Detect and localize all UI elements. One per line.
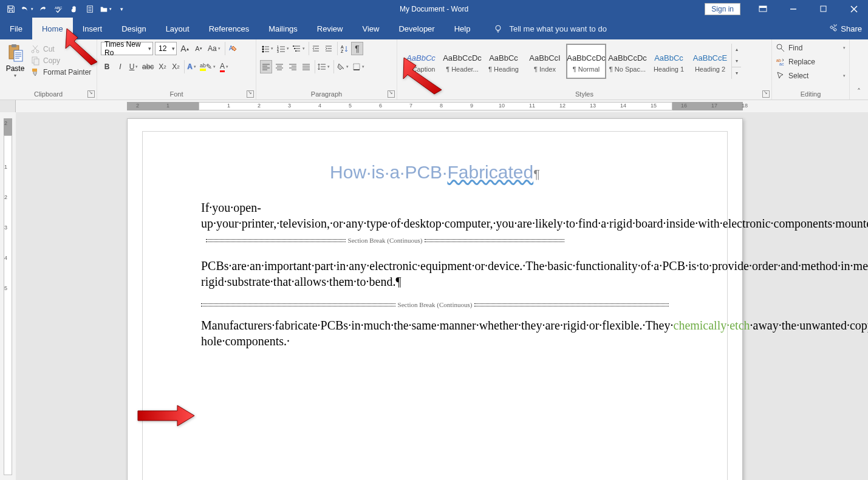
align-right-button[interactable] — [287, 60, 299, 73]
maximize-icon[interactable] — [810, 0, 838, 18]
document-area: 2 1 2 3 4 5 How·is·a·PCB·Fabricated¶ If·… — [0, 112, 868, 480]
paragraph-1[interactable]: If·you·open-up·your·printer,·television,… — [201, 200, 669, 247]
find-button[interactable]: Find▾ — [776, 42, 846, 53]
style-item[interactable]: AaBbCcHeading 1 — [649, 44, 689, 79]
undo-icon[interactable]: ▾ — [19, 2, 34, 16]
text-effects-button[interactable]: A▾ — [184, 60, 197, 73]
justify-button[interactable] — [300, 60, 312, 73]
copy-icon — [30, 56, 40, 66]
shrink-font-button[interactable]: A▾ — [193, 42, 205, 55]
paragraph-2[interactable]: PCBs·are·an·important·part·in·any·electr… — [201, 258, 669, 289]
tab-help[interactable]: Help — [445, 18, 480, 39]
italic-button[interactable]: I — [114, 60, 126, 73]
cut-label: Cut — [43, 45, 55, 53]
increase-indent-button[interactable] — [323, 42, 335, 55]
decrease-indent-button[interactable] — [309, 42, 321, 55]
font-group-label: Font — [97, 90, 256, 98]
select-button[interactable]: Select▾ — [776, 70, 846, 81]
change-case-button[interactable]: Aa▾ — [207, 42, 222, 55]
clear-formatting-button[interactable]: A — [225, 42, 239, 55]
close-icon[interactable] — [840, 0, 868, 18]
numbering-button[interactable]: 123▾ — [276, 42, 290, 55]
font-name-combo[interactable]: Times New Ro▾ — [101, 42, 153, 55]
subscript-button[interactable]: X2 — [156, 60, 168, 73]
save-icon[interactable] — [4, 2, 18, 16]
style-item[interactable]: AaBbCcEHeading 2 — [690, 44, 730, 79]
p3-link[interactable]: chemically·etch — [674, 319, 750, 332]
sort-button[interactable]: AZ — [337, 42, 350, 55]
annotation-arrow-3 — [135, 404, 196, 430]
font-name-value: Times New Ro — [104, 40, 148, 57]
lightbulb-icon — [493, 24, 503, 33]
document-icon[interactable] — [83, 2, 97, 16]
clipboard-dialog-launcher[interactable] — [87, 90, 95, 98]
paragraph-dialog-launcher[interactable] — [388, 90, 395, 98]
line-spacing-button[interactable]: ▾ — [315, 60, 331, 73]
show-hide-paragraph-button[interactable]: ¶ — [351, 42, 363, 55]
svg-point-23 — [295, 50, 296, 52]
scissors-icon — [30, 44, 40, 54]
svg-point-9 — [32, 50, 34, 53]
strikethrough-button[interactable]: abc — [141, 60, 155, 73]
tab-view[interactable]: View — [352, 18, 389, 39]
paragraph-group-label: Paragraph — [256, 90, 397, 98]
tab-review[interactable]: Review — [307, 18, 353, 39]
align-left-button[interactable] — [260, 60, 272, 73]
superscript-button[interactable]: X2 — [169, 60, 182, 73]
svg-point-17 — [262, 51, 264, 53]
annotation-arrow-2 — [398, 55, 446, 99]
replace-button[interactable]: abacReplace — [776, 56, 846, 67]
style-item[interactable]: AaBbCcDc¶ No Spac... — [607, 44, 648, 79]
vertical-ruler[interactable]: 2 1 2 3 4 5 — [0, 112, 16, 480]
tab-mailings[interactable]: Mailings — [259, 18, 307, 39]
paste-button[interactable]: Paste ▾ — [4, 42, 27, 78]
svg-rect-8 — [14, 50, 22, 61]
heading-text-1: How·is·a·PCB· — [330, 162, 447, 182]
style-item[interactable]: AaBbCc¶ Heading — [484, 44, 524, 79]
share-icon — [829, 24, 838, 33]
tell-me-search[interactable]: Tell me what you want to do — [493, 18, 606, 39]
tab-developer[interactable]: Developer — [389, 18, 444, 39]
qat-customize-icon[interactable]: ▾ — [114, 2, 129, 16]
folder-icon[interactable]: ▾ — [98, 2, 113, 16]
page[interactable]: How·is·a·PCB·Fabricated¶ If·you·open-up·… — [127, 118, 743, 480]
section-break-2: Section Break (Continuous) — [201, 300, 669, 309]
multilevel-list-button[interactable]: ▾ — [292, 42, 306, 55]
tab-design[interactable]: Design — [112, 18, 155, 39]
align-center-button[interactable] — [273, 60, 285, 73]
styles-dialog-launcher[interactable] — [762, 90, 770, 98]
tab-file[interactable]: File — [0, 18, 32, 39]
style-item[interactable]: AaBbCcI¶ Index — [525, 44, 565, 79]
redo-icon[interactable] — [35, 2, 50, 16]
p1-text-a: If·you·open-up·your·printer,·television,… — [201, 201, 868, 230]
copy-label: Copy — [43, 56, 60, 65]
sign-in-button[interactable]: Sign in — [705, 3, 740, 15]
borders-button[interactable]: ▾ — [351, 60, 366, 73]
spellcheck-icon[interactable]: ABC — [51, 2, 66, 16]
underline-button[interactable]: U▾ — [128, 60, 140, 73]
collapse-ribbon-button[interactable]: ˄ — [850, 39, 868, 100]
ruler-corner — [0, 100, 16, 112]
share-button[interactable]: Share — [829, 18, 862, 39]
svg-rect-12 — [34, 59, 39, 65]
svg-point-15 — [262, 46, 264, 48]
grow-font-button[interactable]: A▴ — [179, 42, 191, 55]
ribbon-display-icon[interactable] — [749, 0, 777, 18]
font-color-button[interactable]: A▾ — [218, 60, 230, 73]
font-dialog-launcher[interactable] — [247, 90, 254, 98]
style-item[interactable]: AaBbCcDc¶ Header... — [442, 44, 482, 79]
title-bar: ▾ ABC ▾ ▾ My Document - Word Sign in — [0, 0, 868, 18]
tab-layout[interactable]: Layout — [156, 18, 199, 39]
minimize-icon[interactable] — [779, 0, 807, 18]
document-heading[interactable]: How·is·a·PCB·Fabricated¶ — [201, 162, 669, 183]
bullets-button[interactable]: ▾ — [260, 42, 275, 55]
hand-icon[interactable] — [67, 2, 81, 16]
highlight-button[interactable]: ab✎▾ — [199, 60, 217, 73]
shading-button[interactable]: ▾ — [333, 60, 350, 73]
styles-more-button[interactable]: ▴▾▾ — [731, 44, 741, 79]
style-item[interactable]: AaBbCcDc¶ Normal — [566, 44, 606, 79]
paragraph-3[interactable]: Manufacturers·fabricate·PCBs·in·much·the… — [201, 317, 669, 349]
horizontal-ruler[interactable]: 1 2 1 2 3 4 5 6 7 8 9 10 11 12 13 14 15 … — [0, 100, 868, 112]
font-size-combo[interactable]: 12▾ — [155, 42, 177, 55]
tab-references[interactable]: References — [199, 18, 259, 39]
